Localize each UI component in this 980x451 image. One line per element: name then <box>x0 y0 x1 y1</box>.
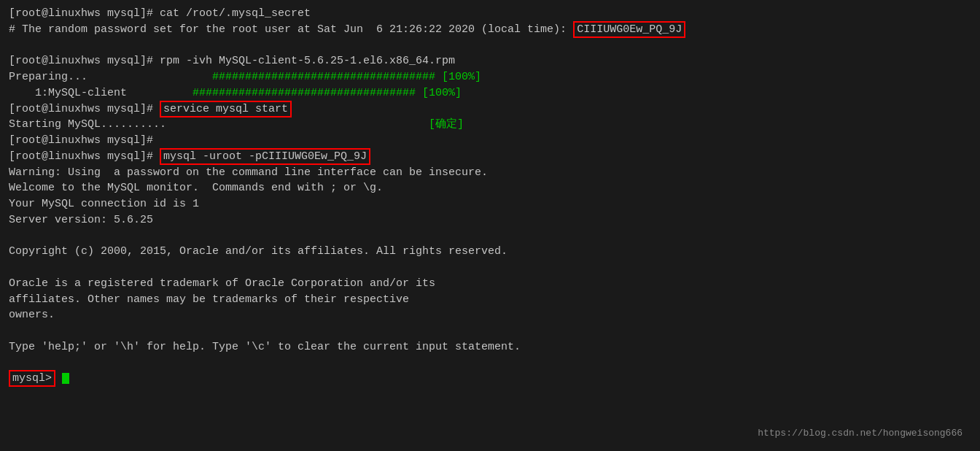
line-mysql-login: [root@linuxhws mysql]# mysql -uroot -pCI… <box>9 149 971 165</box>
line-myclient: 1:MySQL-client #########################… <box>9 85 971 101</box>
line-connection-id: Your MySQL connection id is 1 <box>9 196 971 212</box>
footer-url: https://blog.csdn.net/hongweisong666 <box>758 427 962 441</box>
hash-preparing: ################################## [100%… <box>212 71 481 83</box>
blank2 <box>9 228 971 244</box>
mysql-cmd-highlight: mysql -uroot -pCIIIUWG0Ew_PQ_9J <box>160 148 370 165</box>
blank1 <box>9 38 971 54</box>
line-password: # The random password set for the root u… <box>9 22 971 38</box>
line-mysql-prompt: mysql> <box>9 371 971 387</box>
cursor <box>62 373 69 384</box>
line-cat-command: [root@linuxhws mysql]# cat /root/.mysql_… <box>9 6 971 22</box>
terminal: [root@linuxhws mysql]# cat /root/.mysql_… <box>9 6 971 445</box>
blank4 <box>9 323 971 339</box>
line-rpm-command: [root@linuxhws mysql]# rpm -ivh MySQL-cl… <box>9 53 971 69</box>
line-empty-prompt: [root@linuxhws mysql]# <box>9 133 971 149</box>
password-highlight: CIIIUWG0Ew_PQ_9J <box>573 21 685 38</box>
blank3 <box>9 260 971 276</box>
line-preparing: Preparing... ###########################… <box>9 69 971 85</box>
mysql-prompt-box: mysql> <box>9 370 55 387</box>
line-oracle2: affiliates. Other names may be trademark… <box>9 292 971 308</box>
hash-myclient: ################################## [100%… <box>192 87 462 99</box>
line-server-version: Server version: 5.6.25 <box>9 212 971 228</box>
line-copyright: Copyright (c) 2000, 2015, Oracle and/or … <box>9 244 971 260</box>
blank5 <box>9 355 971 371</box>
line-service-start: [root@linuxhws mysql]# service mysql sta… <box>9 101 971 117</box>
line-welcome: Welcome to the MySQL monitor. Commands e… <box>9 180 971 196</box>
line-warning: Warning: Using a password on the command… <box>9 165 971 181</box>
line-type-help: Type 'help;' or '\h' for help. Type '\c'… <box>9 339 971 355</box>
line-oracle1: Oracle is a registered trademark of Orac… <box>9 276 971 292</box>
ok-label: [确定] <box>429 118 464 131</box>
line-starting-mysql: Starting MySQL.......... [确定] <box>9 117 971 133</box>
service-cmd-highlight: service mysql start <box>160 101 292 117</box>
line-oracle3: owners. <box>9 307 971 323</box>
